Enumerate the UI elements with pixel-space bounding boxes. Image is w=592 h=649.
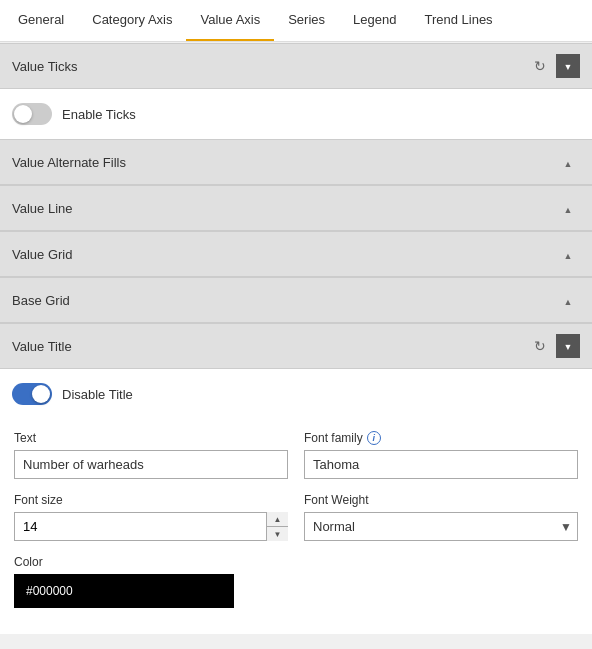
value-ticks-collapse-btn[interactable] bbox=[556, 54, 580, 78]
chevron-down-icon bbox=[564, 340, 573, 352]
disable-title-container: Disable Title bbox=[0, 369, 592, 419]
font-weight-label: Font Weight bbox=[304, 493, 578, 507]
font-family-group: Font family i bbox=[304, 431, 578, 479]
font-size-group: Font size ▲ ▼ bbox=[14, 493, 288, 541]
font-family-label: Font family i bbox=[304, 431, 578, 445]
form-row-1: Text Font family i bbox=[14, 431, 578, 479]
value-ticks-header[interactable]: Value Ticks bbox=[0, 43, 592, 89]
chevron-up-icon bbox=[564, 247, 573, 262]
chevron-down-icon bbox=[564, 60, 573, 72]
value-title-label: Value Title bbox=[12, 339, 72, 354]
tab-trend-lines[interactable]: Trend Lines bbox=[410, 0, 506, 41]
value-ticks-actions bbox=[528, 54, 580, 78]
font-family-info-icon[interactable]: i bbox=[367, 431, 381, 445]
value-grid-chevron[interactable] bbox=[556, 242, 580, 266]
value-line-label: Value Line bbox=[12, 201, 72, 216]
chevron-up-icon bbox=[564, 155, 573, 170]
disable-title-toggle[interactable] bbox=[12, 383, 52, 405]
color-label: Color bbox=[14, 555, 578, 569]
font-size-label: Font size bbox=[14, 493, 288, 507]
chevron-up-icon bbox=[564, 293, 573, 308]
toggle-thumb bbox=[32, 385, 50, 403]
form-row-2: Font size ▲ ▼ Font Weight Normal Bold Li… bbox=[14, 493, 578, 541]
tab-general[interactable]: General bbox=[4, 0, 78, 41]
font-weight-group: Font Weight Normal Bold Lighter Bolder ▼ bbox=[304, 493, 578, 541]
color-value-text: #000000 bbox=[26, 584, 73, 598]
value-title-header[interactable]: Value Title bbox=[0, 323, 592, 369]
spinbox-arrows: ▲ ▼ bbox=[266, 512, 288, 541]
disable-title-label: Disable Title bbox=[62, 387, 133, 402]
base-grid-header[interactable]: Base Grid bbox=[0, 277, 592, 323]
spinbox-down-btn[interactable]: ▼ bbox=[267, 527, 288, 541]
value-title-collapse-btn[interactable] bbox=[556, 334, 580, 358]
font-weight-select[interactable]: Normal Bold Lighter Bolder bbox=[304, 512, 578, 541]
toggle-thumb bbox=[14, 105, 32, 123]
value-grid-label: Value Grid bbox=[12, 247, 72, 262]
font-weight-dropdown-wrapper: Normal Bold Lighter Bolder ▼ bbox=[304, 512, 578, 541]
value-ticks-refresh-icon[interactable] bbox=[528, 54, 552, 78]
font-size-spinbox: ▲ ▼ bbox=[14, 512, 288, 541]
value-line-header[interactable]: Value Line bbox=[0, 185, 592, 231]
value-line-chevron[interactable] bbox=[556, 196, 580, 220]
value-grid-header[interactable]: Value Grid bbox=[0, 231, 592, 277]
tab-series[interactable]: Series bbox=[274, 0, 339, 41]
text-input[interactable] bbox=[14, 450, 288, 479]
tab-value-axis[interactable]: Value Axis bbox=[186, 0, 274, 41]
form-row-3: Color #000000 bbox=[14, 555, 578, 608]
value-alternate-fills-chevron[interactable] bbox=[556, 150, 580, 174]
chevron-up-icon bbox=[564, 201, 573, 216]
base-grid-label: Base Grid bbox=[12, 293, 70, 308]
color-swatch-btn[interactable]: #000000 bbox=[14, 574, 234, 608]
text-group: Text bbox=[14, 431, 288, 479]
value-ticks-label: Value Ticks bbox=[12, 59, 78, 74]
tab-bar: General Category Axis Value Axis Series … bbox=[0, 0, 592, 42]
value-title-actions bbox=[528, 334, 580, 358]
value-alternate-fills-header[interactable]: Value Alternate Fills bbox=[0, 139, 592, 185]
value-title-refresh-icon[interactable] bbox=[528, 334, 552, 358]
tab-category-axis[interactable]: Category Axis bbox=[78, 0, 186, 41]
tab-legend[interactable]: Legend bbox=[339, 0, 410, 41]
value-title-form: Text Font family i Font size ▲ ▼ bbox=[0, 419, 592, 634]
enable-ticks-label: Enable Ticks bbox=[62, 107, 136, 122]
color-group: Color #000000 bbox=[14, 555, 578, 608]
value-alternate-fills-label: Value Alternate Fills bbox=[12, 155, 126, 170]
text-label: Text bbox=[14, 431, 288, 445]
font-size-input[interactable] bbox=[14, 512, 288, 541]
font-family-input[interactable] bbox=[304, 450, 578, 479]
spinbox-up-btn[interactable]: ▲ bbox=[267, 512, 288, 527]
base-grid-chevron[interactable] bbox=[556, 288, 580, 312]
enable-ticks-toggle[interactable] bbox=[12, 103, 52, 125]
enable-ticks-container: Enable Ticks bbox=[0, 89, 592, 139]
